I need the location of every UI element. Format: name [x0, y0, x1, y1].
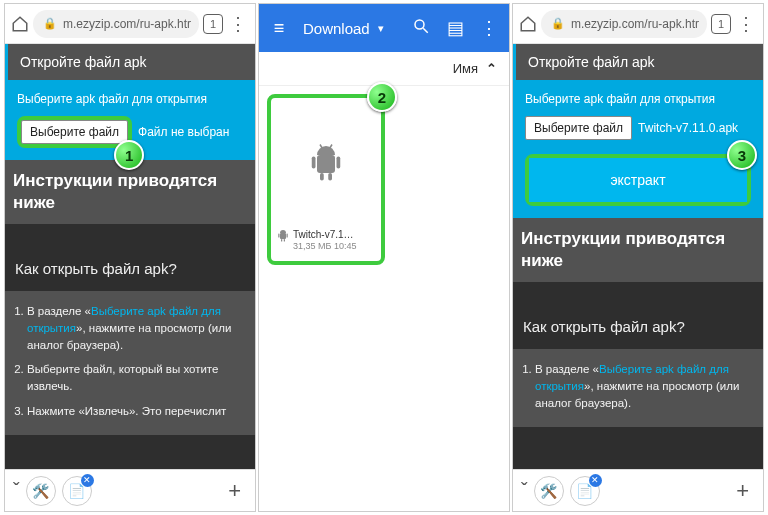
tab-bubble-file[interactable]: 📄✕	[570, 476, 600, 506]
faq-step-3: Нажмите «Извлечь». Это перечислит	[27, 403, 245, 420]
android-icon	[308, 143, 344, 185]
svg-rect-6	[328, 173, 332, 181]
file-status-text: Файл не выбран	[138, 125, 229, 139]
tab-bubble-file[interactable]: 📄✕	[62, 476, 92, 506]
svg-rect-12	[281, 239, 282, 242]
file-status-text: Twitch-v7.11.0.apk	[638, 121, 738, 135]
svg-rect-3	[312, 157, 316, 169]
url-bar[interactable]: 🔒 m.ezyzip.com/ru-apk.htr	[541, 10, 707, 38]
file-tile-meta[interactable]: Twitch-v7.1… 31,35 МБ 10:45	[275, 224, 377, 257]
chevron-down-icon: ▾	[378, 22, 384, 35]
faq-heading: Как открыть файл apk?	[513, 306, 763, 349]
faq-heading: Как открыть файл apk?	[5, 248, 255, 291]
bottom-tab-bar: ˇ 🛠️ 📄✕ +	[5, 469, 255, 511]
browser-toolbar: 🔒 m.ezyzip.com/ru-apk.htr 1 ⋮	[5, 4, 255, 44]
page-content: Откройте файл apk Выберите apk файл для …	[5, 44, 255, 511]
page-title: Откройте файл apk	[513, 44, 763, 80]
svg-rect-9	[280, 233, 286, 239]
extract-button[interactable]: экстракт	[529, 158, 747, 202]
file-size-time: 31,35 МБ 10:45	[293, 241, 356, 253]
filepicker-title[interactable]: Download ▾	[303, 20, 397, 37]
faq-step-2: Выберите файл, который вы хотите извлечь…	[27, 361, 245, 394]
phone-panel-3: 🔒 m.ezyzip.com/ru-apk.htr 1 ⋮ Откройте ф…	[512, 3, 764, 512]
sort-bar[interactable]: Имя ⌃	[259, 52, 509, 86]
url-bar[interactable]: 🔒 m.ezyzip.com/ru-apk.htr	[33, 10, 199, 38]
menu-icon[interactable]: ≡	[269, 18, 289, 39]
browser-toolbar: 🔒 m.ezyzip.com/ru-apk.htr 1 ⋮	[513, 4, 763, 44]
instructions-heading: Инструкции приводятся ниже	[513, 218, 763, 282]
callout-2: 2	[367, 82, 397, 112]
url-text: m.ezyzip.com/ru-apk.htr	[63, 17, 191, 31]
svg-line-1	[423, 28, 428, 33]
file-pick-row: Выберите файл Twitch-v7.11.0.apk	[525, 116, 751, 140]
home-icon[interactable]	[519, 15, 537, 33]
highlight-1: Выберите файл 1	[17, 116, 132, 148]
svg-point-0	[415, 20, 424, 29]
spacer	[5, 224, 255, 248]
file-tile-thumbnail[interactable]	[275, 104, 377, 224]
overflow-menu-icon[interactable]: ⋮	[735, 13, 757, 35]
sort-label: Имя	[453, 61, 478, 76]
overflow-menu-icon[interactable]: ⋮	[479, 17, 499, 39]
phone-panel-2: ≡ Download ▾ ▤ ⋮ Имя ⌃ 2	[258, 3, 510, 512]
highlight-3: экстракт 3	[525, 154, 751, 206]
svg-rect-5	[320, 173, 324, 181]
choose-file-button[interactable]: Выберите файл	[21, 120, 128, 144]
close-tab-icon[interactable]: ✕	[81, 474, 94, 487]
lock-icon: 🔒	[43, 17, 57, 30]
tab-bubble-tools[interactable]: 🛠️	[26, 476, 56, 506]
svg-line-7	[320, 145, 322, 149]
tab-count-button[interactable]: 1	[203, 14, 223, 34]
spacer	[513, 282, 763, 306]
url-text: m.ezyzip.com/ru-apk.htr	[571, 17, 699, 31]
lock-icon: 🔒	[551, 17, 565, 30]
new-tab-button[interactable]: +	[730, 478, 755, 504]
bottom-tab-bar: ˇ 🛠️ 📄✕ +	[513, 469, 763, 511]
overflow-menu-icon[interactable]: ⋮	[227, 13, 249, 35]
svg-rect-11	[287, 234, 288, 238]
svg-rect-13	[284, 239, 285, 242]
page-content: Откройте файл apk Выберите apk файл для …	[513, 44, 763, 511]
filepicker-toolbar: ≡ Download ▾ ▤ ⋮	[259, 4, 509, 52]
chevron-up-icon: ⌃	[486, 61, 497, 76]
svg-rect-10	[278, 234, 279, 238]
svg-line-8	[330, 145, 332, 149]
file-name: Twitch-v7.1…	[293, 228, 356, 241]
chevron-down-icon[interactable]: ˇ	[521, 479, 528, 502]
file-pick-label: Выберите apk файл для открытия	[17, 92, 243, 106]
svg-rect-4	[337, 157, 341, 169]
faq-steps: В разделе «Выберите apk файл для открыти…	[513, 349, 763, 427]
new-tab-button[interactable]: +	[222, 478, 247, 504]
file-pick-section: Выберите apk файл для открытия Выберите …	[5, 80, 255, 160]
callout-3: 3	[727, 140, 757, 170]
phone-panel-1: 🔒 m.ezyzip.com/ru-apk.htr 1 ⋮ Откройте ф…	[4, 3, 256, 512]
page-title: Откройте файл apk	[5, 44, 255, 80]
filepicker-body: 2 T	[259, 86, 509, 511]
choose-file-button[interactable]: Выберите файл	[525, 116, 632, 140]
search-icon[interactable]	[411, 17, 431, 40]
faq-step-1: В разделе «Выберите apk файл для открыти…	[535, 361, 753, 411]
tab-bubble-tools[interactable]: 🛠️	[534, 476, 564, 506]
grid-view-icon[interactable]: ▤	[445, 17, 465, 39]
faq-step-1: В разделе «Выберите apk файл для открыти…	[27, 303, 245, 353]
faq-steps: В разделе «Выберите apk файл для открыти…	[5, 291, 255, 435]
chevron-down-icon[interactable]: ˇ	[13, 479, 20, 502]
file-pick-section: Выберите apk файл для открытия Выберите …	[513, 80, 763, 218]
file-pick-label: Выберите apk файл для открытия	[525, 92, 751, 106]
android-icon-small	[277, 229, 289, 243]
home-icon[interactable]	[11, 15, 29, 33]
tab-count-button[interactable]: 1	[711, 14, 731, 34]
close-tab-icon[interactable]: ✕	[589, 474, 602, 487]
callout-1: 1	[114, 140, 144, 170]
file-pick-row: Выберите файл 1 Файл не выбран	[17, 116, 243, 148]
svg-rect-2	[317, 155, 335, 173]
highlight-2: 2 T	[267, 94, 385, 265]
